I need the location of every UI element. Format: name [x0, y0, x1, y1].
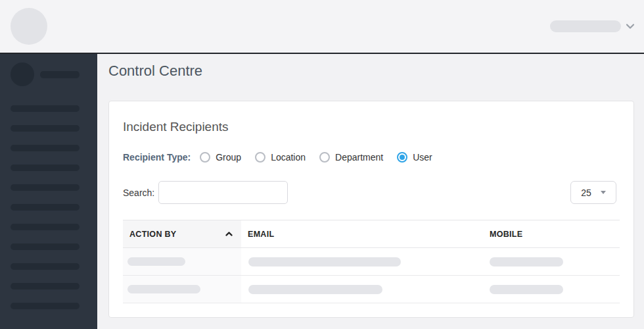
radio-unselected-icon[interactable] — [319, 152, 330, 163]
sidebar-item-skeleton — [11, 184, 80, 191]
table-cell — [241, 257, 483, 266]
column-header-label: MOBILE — [490, 230, 522, 239]
sidebar-item-skeleton — [11, 243, 80, 250]
radio-option-location[interactable]: Location — [255, 152, 306, 163]
table-row — [123, 248, 620, 276]
sort-ascending-icon — [225, 230, 233, 238]
incident-recipients-card: Incident Recipients Recipient Type: Grou… — [108, 101, 634, 318]
table-body — [123, 248, 620, 303]
column-header-label: ACTION BY — [129, 230, 176, 239]
cell-skeleton-bar — [127, 285, 200, 293]
sidebar-item-skeleton — [11, 303, 80, 309]
account-name-placeholder — [550, 20, 621, 32]
cell-skeleton-bar — [248, 257, 401, 266]
recipient-type-radio-group: GroupLocationDepartmentUser — [200, 152, 446, 163]
sidebar-brand-skeleton — [11, 63, 97, 86]
sidebar-item-skeleton — [11, 283, 80, 290]
sidebar-item-skeleton — [11, 164, 80, 171]
chevron-down-icon — [626, 22, 635, 31]
page-title: Control Centre — [108, 63, 634, 79]
table-cell — [123, 248, 241, 275]
column-header-email[interactable]: EMAIL — [241, 220, 483, 247]
radio-option-label: Department — [335, 152, 383, 163]
sidebar — [0, 54, 97, 329]
radio-option-label: User — [413, 152, 432, 163]
radio-selected-icon[interactable] — [397, 152, 407, 163]
recipients-table: ACTION BYEMAILMOBILE — [123, 220, 620, 303]
column-header-mobile[interactable]: MOBILE — [483, 220, 620, 247]
table-cell — [483, 257, 620, 266]
table-cell — [483, 285, 620, 294]
radio-unselected-icon[interactable] — [255, 152, 265, 163]
search-label: Search: — [123, 188, 154, 198]
radio-unselected-icon[interactable] — [200, 152, 210, 163]
sidebar-item-skeleton — [11, 263, 80, 270]
radio-option-label: Group — [216, 152, 241, 163]
sidebar-item-skeleton — [11, 145, 80, 151]
search-row: Search: 25 — [123, 181, 620, 204]
cell-skeleton-bar — [490, 257, 563, 266]
sidebar-item-skeleton — [11, 125, 80, 132]
page-size-value: 25 — [581, 188, 591, 198]
cell-skeleton-bar — [490, 285, 563, 294]
column-header-label: EMAIL — [248, 230, 274, 239]
cell-skeleton-bar — [248, 285, 382, 294]
sidebar-logo-placeholder — [11, 63, 34, 86]
page-size-select[interactable]: 25 — [570, 181, 616, 204]
radio-option-label: Location — [271, 152, 306, 163]
radio-option-department[interactable]: Department — [319, 152, 383, 163]
table-cell — [123, 276, 241, 303]
recipient-type-filter: Recipient Type: GroupLocationDepartmentU… — [123, 151, 620, 164]
sidebar-nav-skeleton — [11, 105, 97, 309]
cell-skeleton-bar — [127, 257, 185, 266]
search-input[interactable] — [158, 181, 288, 204]
sidebar-item-skeleton — [11, 224, 80, 230]
caret-down-icon — [601, 191, 606, 194]
main-content: Control Centre Incident Recipients Recip… — [97, 54, 644, 329]
sidebar-item-skeleton — [11, 105, 80, 112]
account-menu[interactable] — [550, 20, 635, 32]
card-title: Incident Recipients — [123, 120, 620, 134]
radio-option-group[interactable]: Group — [200, 152, 241, 163]
sidebar-item-skeleton — [11, 204, 80, 211]
table-row — [123, 276, 620, 303]
column-header-action-by[interactable]: ACTION BY — [123, 220, 241, 247]
app-logo-avatar — [11, 8, 47, 45]
app-header — [0, 0, 644, 53]
sidebar-title-placeholder — [40, 71, 80, 78]
table-header-row: ACTION BYEMAILMOBILE — [123, 220, 620, 248]
recipient-type-label: Recipient Type: — [123, 152, 191, 163]
table-cell — [241, 285, 483, 294]
radio-option-user[interactable]: User — [397, 152, 432, 163]
